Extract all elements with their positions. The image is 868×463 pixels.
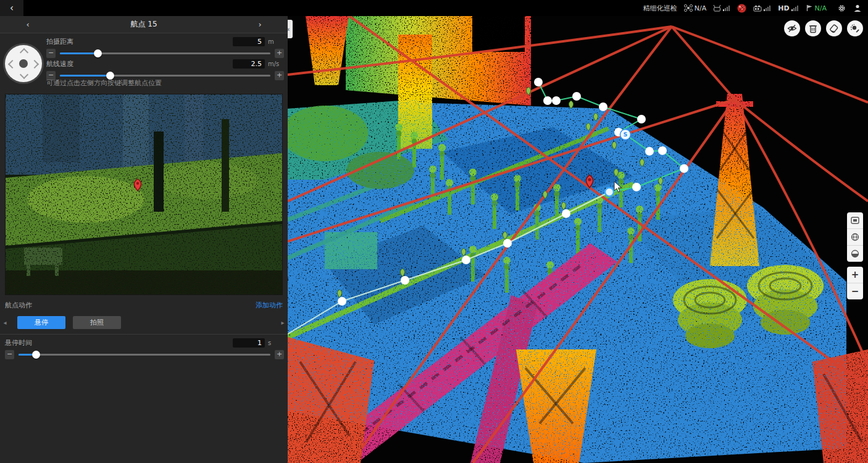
map-view-icon — [851, 217, 859, 224]
signal-bars-icon — [764, 5, 771, 11]
photo-action-button[interactable]: 拍照 — [73, 316, 121, 329]
alert-icon — [737, 4, 746, 13]
rtk-flag-icon — [806, 4, 813, 12]
globe-icon — [851, 233, 859, 241]
app-window: ‹ 精细化巡检 N/A — [0, 0, 868, 463]
hover-time-slider[interactable] — [19, 354, 270, 356]
hd-label: HD — [778, 4, 789, 12]
panel-collapse-button[interactable]: « — [288, 20, 293, 38]
map-view-button[interactable] — [847, 212, 863, 228]
svg-text:S: S — [624, 131, 627, 138]
shoot-distance-label: 拍摄距离 — [46, 37, 233, 46]
signal-bars-icon — [723, 5, 730, 11]
hover-time-unit: s — [265, 340, 284, 346]
dpad-down-icon[interactable] — [20, 70, 28, 79]
dpad-up-icon[interactable] — [20, 48, 28, 57]
speed-label: 航线速度 — [46, 59, 233, 69]
next-icon: › — [258, 20, 261, 29]
hover-time-input[interactable]: 1 — [233, 338, 265, 348]
speed-slider[interactable] — [60, 75, 270, 77]
waypoint-edit-icon — [850, 23, 860, 33]
hover-action-button[interactable]: 悬停 — [17, 316, 65, 329]
eye-off-icon — [787, 23, 797, 33]
toggle-visibility-button[interactable] — [784, 20, 800, 36]
speed-plus-button[interactable]: + — [275, 71, 284, 80]
alert-status — [737, 4, 746, 13]
prev-icon: ‹ — [26, 20, 29, 29]
shoot-distance-slider[interactable] — [60, 52, 270, 54]
battery-status — [753, 5, 771, 12]
delete-waypoint-button[interactable] — [805, 20, 821, 36]
zoom-out-label: − — [851, 287, 859, 296]
action-buttons-row: ◂ 悬停 拍照 ▸ — [0, 315, 288, 330]
shoot-distance-minus-button[interactable]: − — [46, 49, 56, 58]
eraser-button[interactable] — [826, 20, 842, 36]
status-cluster: 精细化巡检 N/A — [643, 4, 868, 13]
eraser-icon — [829, 23, 839, 33]
shoot-distance-input[interactable]: 5 — [233, 37, 265, 46]
waypoint-header: ‹ 航点 15 › — [0, 16, 288, 33]
dpad-left-icon[interactable] — [8, 60, 17, 69]
battery-dock-icon — [753, 5, 762, 12]
globe-view-button[interactable] — [847, 228, 863, 245]
settings-button[interactable] — [837, 4, 846, 13]
dpad-hint-text: 可通过点击左侧方向按键调整航点位置 — [46, 78, 162, 88]
rtk-status-value: N/A — [815, 4, 827, 12]
actions-scroll-left[interactable]: ◂ — [0, 319, 10, 326]
signal-bars-icon — [791, 5, 799, 11]
hover-time-group: 悬停时间 1 s − + — [5, 338, 284, 360]
point-cloud-scene: S — [288, 16, 868, 463]
zoom-out-button[interactable]: − — [847, 283, 863, 299]
hover-time-plus-button[interactable]: + — [275, 350, 284, 359]
drone-status-value: N/A — [695, 4, 706, 12]
speed-unit: m/s — [265, 60, 284, 67]
actions-section: 航点动作 添加动作 — [5, 300, 283, 310]
edit-waypoint-button[interactable] — [847, 20, 863, 36]
current-waypoint-dot[interactable] — [605, 188, 614, 196]
collapse-icon: « — [288, 26, 290, 33]
top-bar: ‹ 精细化巡检 N/A — [0, 0, 868, 16]
view-mode-box — [847, 212, 863, 262]
gear-icon — [837, 4, 846, 13]
drone-icon — [684, 4, 693, 12]
preview-point-cloud — [6, 94, 282, 294]
waypoint-preview[interactable] — [5, 94, 283, 295]
dpad-center-dot — [19, 59, 28, 68]
waypoint-dpad[interactable] — [5, 45, 42, 82]
next-waypoint-button[interactable]: › — [232, 20, 288, 29]
back-icon: ‹ — [10, 2, 14, 14]
actions-scroll-right[interactable]: ▸ — [278, 319, 288, 326]
waypoint-title: 航点 15 — [56, 19, 232, 30]
speed-group: 航线速度 2.5 m/s − + — [46, 59, 284, 81]
rc-signal-status — [713, 4, 730, 12]
back-button[interactable]: ‹ — [0, 0, 23, 16]
trash-icon — [809, 24, 817, 33]
point-cloud-viewport[interactable]: S « — [288, 16, 868, 463]
start-marker[interactable]: S — [620, 130, 631, 140]
zoom-in-label: + — [851, 270, 859, 280]
hover-time-label: 悬停时间 — [5, 338, 233, 348]
prev-waypoint-button[interactable]: ‹ — [0, 20, 56, 29]
speed-input[interactable]: 2.5 — [233, 59, 265, 69]
zoom-box: + − — [847, 267, 863, 299]
remote-controller-icon — [713, 4, 721, 12]
tilt-view-icon — [851, 249, 859, 258]
waypoint-panel: ‹ 航点 15 › 拍摄距离 5 m − + — [0, 16, 288, 463]
drone-status: N/A — [684, 4, 706, 12]
viewport-toolbar — [784, 20, 863, 36]
hd-transmission-status: HD — [778, 4, 798, 12]
rtk-status: N/A — [806, 4, 827, 12]
shoot-distance-group: 拍摄距离 5 m − + — [46, 36, 284, 59]
user-icon — [853, 4, 862, 12]
mission-mode-label: 精细化巡检 — [643, 4, 677, 13]
dpad-right-icon[interactable] — [30, 60, 39, 69]
actions-label: 航点动作 — [5, 301, 256, 310]
profile-button[interactable] — [853, 4, 862, 12]
section-divider — [0, 334, 288, 335]
tilt-view-button[interactable] — [847, 245, 863, 262]
shoot-distance-plus-button[interactable]: + — [275, 49, 284, 58]
view-controls: + − — [847, 212, 863, 299]
hover-time-minus-button[interactable]: − — [5, 350, 14, 359]
add-action-link[interactable]: 添加动作 — [256, 301, 283, 310]
zoom-in-button[interactable]: + — [847, 267, 863, 283]
